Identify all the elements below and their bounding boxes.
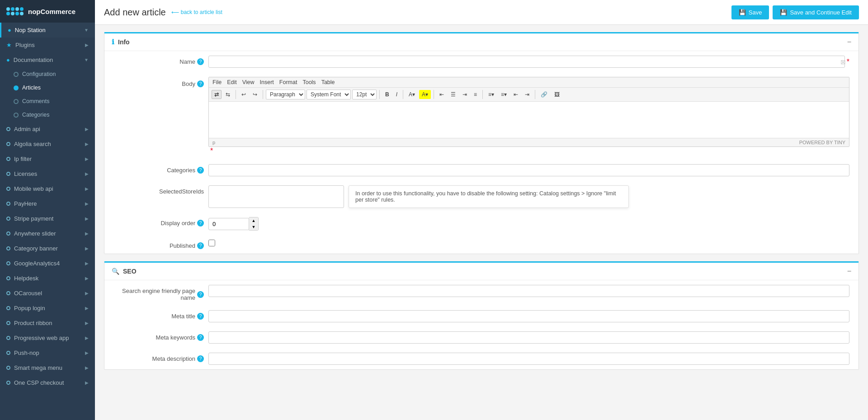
sidebar-item-mobile-web-api[interactable]: Mobile web api ▶ <box>0 181 95 196</box>
meta-title-help-icon[interactable]: ? <box>197 313 204 320</box>
search-icon: 🔍 <box>112 268 119 275</box>
sidebar-item-algolia-search[interactable]: Algolia search ▶ <box>0 137 95 151</box>
sidebar-item-push-nop[interactable]: Push-nop ▶ <box>0 345 95 360</box>
display-order-input[interactable] <box>208 218 249 230</box>
back-to-article-list-link[interactable]: ⟵ back to article list <box>171 9 222 15</box>
editor-outdent-button[interactable]: ⇤ <box>511 90 521 99</box>
editor-menu-edit[interactable]: Edit <box>227 79 237 85</box>
editor-body[interactable] <box>209 102 849 138</box>
editor-bold-button[interactable]: B <box>382 90 392 99</box>
seo-name-label: Search engine friendly page name ? <box>113 285 204 301</box>
categories-input[interactable] <box>208 164 849 176</box>
seo-panel: 🔍 SEO − Search engine friendly page name… <box>104 261 859 370</box>
sidebar-item-configuration[interactable]: Configuration <box>0 67 95 81</box>
name-input[interactable] <box>208 56 845 68</box>
sidebar-item-payhere[interactable]: PayHere ▶ <box>0 196 95 211</box>
sidebar-item-articles[interactable]: Articles <box>0 81 95 94</box>
sidebar-item-smart-mega-menu[interactable]: Smart mega menu ▶ <box>0 360 95 375</box>
editor-italic-button[interactable]: I <box>393 90 400 99</box>
meta-keywords-help-icon[interactable]: ? <box>197 334 204 341</box>
sidebar-item-anywhere-slider[interactable]: Anywhere slider ▶ <box>0 226 95 241</box>
sidebar-item-popup-login[interactable]: Popup login ▶ <box>0 301 95 316</box>
dot-icon <box>6 142 10 146</box>
editor-menu-view[interactable]: View <box>242 79 255 85</box>
editor-align-right-button[interactable]: ⇥ <box>460 90 470 99</box>
meta-keywords-input[interactable] <box>208 331 849 344</box>
meta-keywords-label: Meta keywords ? <box>113 331 204 341</box>
sidebar-item-admin-api[interactable]: Admin api ▶ <box>0 122 95 137</box>
meta-description-label: Meta description ? <box>113 353 204 362</box>
display-order-form-group: Display order ? ▲ ▼ <box>104 212 859 235</box>
editor-link-button[interactable]: 🔗 <box>538 90 550 99</box>
sidebar-item-product-ribbon[interactable]: Product ribbon ▶ <box>0 316 95 330</box>
display-order-help-icon[interactable]: ? <box>197 220 204 227</box>
editor-menu-table[interactable]: Table <box>321 79 335 85</box>
editor-menu-insert[interactable]: Insert <box>260 79 274 85</box>
seo-name-help-icon[interactable]: ? <box>197 291 204 298</box>
save-button[interactable]: 💾 Save <box>731 5 769 19</box>
editor-menu-format[interactable]: Format <box>279 79 297 85</box>
sidebar-item-label: Nop Station <box>15 27 46 33</box>
editor-rtl-button[interactable]: ⇆ <box>223 90 233 99</box>
name-clear-icon[interactable]: ⊠ <box>840 58 846 66</box>
editor-align-center-button[interactable]: ☰ <box>448 90 458 99</box>
panel-header-left: ℹ Info <box>112 38 130 46</box>
editor-align-left-button[interactable]: ⇤ <box>437 90 447 99</box>
name-label: Name ? <box>113 56 204 65</box>
name-help-icon[interactable]: ? <box>197 58 204 65</box>
editor-redo-button[interactable]: ↪ <box>250 90 260 99</box>
sidebar-item-one-csp-checkout[interactable]: One CSP checkout ▶ <box>0 375 95 390</box>
sidebar-item-ocarousel[interactable]: OCarousel ▶ <box>0 286 95 301</box>
sidebar-item-licenses[interactable]: Licenses ▶ <box>0 166 95 181</box>
editor-indent-button[interactable]: ⇥ <box>522 90 532 99</box>
store-ids-input[interactable] <box>208 185 344 208</box>
sidebar-item-category-banner[interactable]: Category banner ▶ <box>0 241 95 256</box>
save-continue-button[interactable]: 💾 Save and Continue Edit <box>773 5 859 19</box>
sidebar: nopCommerce ● Nop Station ▼ ★ Plugins ▶ … <box>0 0 95 420</box>
editor-numbered-list-button[interactable]: ≡▾ <box>498 90 509 99</box>
editor-image-button[interactable]: 🖼 <box>552 90 562 99</box>
editor-font-size-select[interactable]: 12pt <box>352 90 377 99</box>
sidebar-item-stripe-payment[interactable]: Stripe payment ▶ <box>0 211 95 226</box>
sidebar-item-googleanalytics4[interactable]: GoogleAnalytics4 ▶ <box>0 256 95 271</box>
editor-font-select[interactable]: System Font <box>307 90 351 99</box>
sidebar-item-ip-filter[interactable]: Ip filter ▶ <box>0 151 95 166</box>
editor-paragraph-select[interactable]: Paragraph <box>266 90 305 99</box>
info-panel-title: Info <box>118 38 130 46</box>
sidebar-item-documentation[interactable]: ● Documentation ▼ <box>0 52 95 67</box>
sidebar-item-nop-station[interactable]: ● Nop Station ▼ <box>0 23 95 38</box>
meta-title-input[interactable] <box>208 310 849 322</box>
editor-highlight-button[interactable]: A▾ <box>419 90 431 99</box>
spinner-down-button[interactable]: ▼ <box>249 224 258 230</box>
panel-collapse-button[interactable]: − <box>847 38 851 46</box>
seo-panel-title: SEO <box>123 268 137 275</box>
chevron-down-icon: ▼ <box>84 28 89 33</box>
meta-description-input-wrap <box>208 353 849 365</box>
editor-font-color-button[interactable]: A▾ <box>406 90 418 99</box>
chevron-right-icon: ▶ <box>85 186 89 191</box>
editor-bullet-list-button[interactable]: ≡▾ <box>486 90 497 99</box>
editor-menubar: File Edit View Insert Format Tools Table <box>209 77 849 88</box>
spinner-up-button[interactable]: ▲ <box>249 217 258 224</box>
editor-menu-tools[interactable]: Tools <box>302 79 316 85</box>
seo-name-input[interactable] <box>208 285 849 297</box>
editor-ltr-button[interactable]: ⇄ <box>212 90 222 99</box>
published-form-group: Published ? <box>104 235 859 254</box>
seo-panel-collapse-button[interactable]: − <box>847 267 851 275</box>
sidebar-item-plugins[interactable]: ★ Plugins ▶ <box>0 38 95 52</box>
published-help-icon[interactable]: ? <box>197 242 204 249</box>
info-panel-header: ℹ Info − <box>104 33 859 51</box>
meta-description-help-icon[interactable]: ? <box>197 355 204 362</box>
info-panel: ℹ Info − Name ? ⊠ * Bod <box>104 32 859 254</box>
published-checkbox[interactable] <box>208 240 215 246</box>
editor-undo-button[interactable]: ↩ <box>239 90 249 99</box>
categories-help-icon[interactable]: ? <box>197 167 204 174</box>
sidebar-item-helpdesk[interactable]: Helpdesk ▶ <box>0 271 95 286</box>
editor-align-justify-button[interactable]: ≡ <box>471 90 480 99</box>
meta-description-input[interactable] <box>208 353 849 365</box>
sidebar-item-progressive-web-app[interactable]: Progressive web app ▶ <box>0 330 95 345</box>
sidebar-item-categories[interactable]: Categories <box>0 108 95 122</box>
sidebar-item-comments[interactable]: Comments <box>0 94 95 108</box>
body-help-icon[interactable]: ? <box>197 80 204 87</box>
editor-menu-file[interactable]: File <box>212 79 222 85</box>
